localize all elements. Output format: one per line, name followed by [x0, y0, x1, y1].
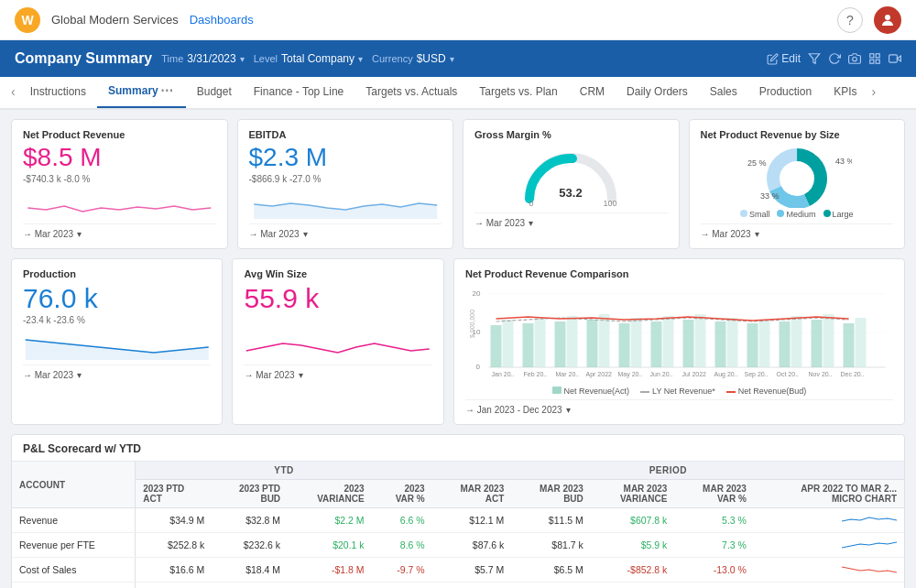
- main-content: Net Product Revenue $8.5 M -$740.3 k -8.…: [0, 110, 916, 588]
- level-chevron: ▾: [358, 54, 363, 64]
- svg-rect-39: [662, 316, 673, 367]
- time-value: 3/31/2023: [187, 52, 235, 65]
- svg-text:33 %: 33 %: [760, 191, 780, 201]
- tab-daily-orders[interactable]: Daily Orders: [616, 77, 699, 108]
- gross-margin-footer[interactable]: → Mar 2023 ▾: [474, 212, 668, 228]
- tab-prev-button[interactable]: ‹: [7, 77, 19, 108]
- avg-win-size-footer[interactable]: → Mar 2023 ▾: [244, 365, 431, 380]
- svg-rect-36: [618, 323, 629, 367]
- svg-rect-30: [522, 323, 533, 367]
- cell-mar-act: $6.4 M: [432, 583, 512, 589]
- cell-micro: [754, 583, 904, 589]
- svg-rect-38: [650, 321, 661, 367]
- tab-sales[interactable]: Sales: [699, 77, 748, 108]
- svg-text:Jul 2022: Jul 2022: [682, 371, 706, 377]
- svg-rect-37: [630, 318, 641, 367]
- tab-targets-vs-plan[interactable]: Targets vs. Plan: [468, 77, 568, 108]
- cell-ytd-varp: 27.5 %: [372, 583, 432, 589]
- tab-crm[interactable]: CRM: [569, 77, 616, 108]
- grid-icon[interactable]: [868, 52, 881, 65]
- table-row: Revenue per FTE $252.8 k $232.6 k $20.1 …: [12, 533, 904, 558]
- svg-rect-3: [870, 54, 874, 58]
- time-control[interactable]: Time 3/31/2023 ▾: [161, 52, 244, 65]
- comparison-footer[interactable]: → Jan 2023 - Dec 2023 ▾: [465, 399, 893, 415]
- col-micro: APR 2022 TO MAR 2...MICRO CHART: [754, 480, 904, 508]
- svg-rect-6: [876, 60, 879, 63]
- page-header: Company Summary Time 3/31/2023 ▾ Level T…: [0, 40, 916, 77]
- cell-mar-act: $87.6 k: [432, 533, 512, 558]
- tab-kpis[interactable]: KPIs: [823, 77, 867, 108]
- cell-ytd-act: $34.9 M: [136, 508, 212, 533]
- svg-rect-34: [586, 320, 597, 367]
- cell-ytd-act: $252.8 k: [136, 533, 212, 558]
- svg-rect-50: [843, 323, 854, 367]
- currency-control[interactable]: Currency $USD ▾: [372, 52, 454, 65]
- col-ytd-bud: 2023 PTDBUD: [212, 480, 288, 508]
- cell-ytd-act: $18.2 M: [136, 583, 212, 589]
- cell-mar-varp: -13.0 %: [674, 558, 754, 583]
- svg-rect-40: [682, 320, 693, 367]
- tab-production[interactable]: Production: [748, 77, 823, 108]
- currency-value: $USD: [417, 52, 446, 65]
- gross-margin-donut: 53.2 0 100: [474, 144, 668, 208]
- cell-account: Gross Margin: [12, 583, 136, 589]
- tab-finance-top-line[interactable]: Finance - Top Line: [243, 77, 355, 108]
- refresh-icon[interactable]: [828, 52, 841, 65]
- cell-micro: [754, 508, 904, 533]
- time-label: Time: [161, 53, 183, 64]
- video-icon[interactable]: [889, 52, 901, 65]
- comparison-card: Net Product Revenue Comparison 20 10 0 $…: [453, 258, 905, 425]
- edit-button[interactable]: Edit: [767, 52, 801, 65]
- net-product-revenue-value: $8.5 M: [23, 144, 216, 172]
- svg-text:0: 0: [529, 199, 534, 208]
- svg-rect-46: [779, 321, 790, 367]
- table-row: Gross Margin $18.2 M $14.4 M $4.0 M 27.5…: [12, 583, 904, 589]
- tab-targets-vs-actuals[interactable]: Targets vs. Actuals: [354, 77, 468, 108]
- ebitda-sub: -$866.9 k -27.0 %: [249, 174, 442, 184]
- cell-mar-bud: $11.5 M: [511, 508, 591, 533]
- help-icon[interactable]: ?: [837, 7, 863, 33]
- cell-mar-var: $607.8 k: [591, 508, 675, 533]
- svg-text:Feb 20..: Feb 20..: [523, 371, 547, 377]
- production-footer[interactable]: → Mar 2023 ▾: [23, 365, 211, 380]
- svg-rect-8: [889, 55, 898, 62]
- tab-budget[interactable]: Budget: [186, 77, 243, 108]
- tab-instructions[interactable]: Instructions: [19, 77, 97, 108]
- svg-text:Mar 20..: Mar 20..: [555, 371, 579, 377]
- svg-marker-7: [897, 56, 900, 61]
- svg-text:25 %: 25 %: [747, 158, 767, 168]
- net-product-revenue-sub: -$740.3 k -8.0 %: [23, 174, 216, 184]
- net-product-revenue-sparkline: [23, 190, 216, 219]
- net-product-revenue-footer[interactable]: → Mar 2023 ▾: [23, 223, 216, 239]
- tab-dots: ⋯: [158, 83, 175, 98]
- cell-ytd-bud: $32.8 M: [212, 508, 288, 533]
- svg-point-0: [885, 15, 890, 20]
- cell-ytd-act: $16.6 M: [136, 558, 212, 583]
- col-account: ACCOUNT: [12, 462, 136, 508]
- production-sub: -23.4 k -23.6 %: [23, 315, 211, 325]
- dashboards-link[interactable]: Dashboards: [190, 13, 254, 27]
- tab-summary[interactable]: Summary ⋯: [97, 77, 186, 108]
- svg-rect-41: [694, 314, 705, 367]
- legend-net-act: Net Revenue(Act): [552, 387, 630, 396]
- svg-text:43 %: 43 %: [835, 157, 852, 166]
- ebitda-footer[interactable]: → Mar 2023 ▾: [249, 223, 442, 239]
- svg-rect-4: [876, 54, 879, 58]
- currency-label: Currency: [372, 53, 413, 64]
- svg-rect-32: [554, 321, 565, 367]
- svg-text:Oct 20..: Oct 20..: [776, 371, 799, 377]
- cell-ytd-varp: 8.6 %: [372, 533, 432, 558]
- svg-text:100: 100: [604, 199, 617, 208]
- cell-ytd-var: $20.1 k: [288, 533, 372, 558]
- camera-icon[interactable]: [848, 52, 861, 65]
- user-avatar[interactable]: [874, 6, 901, 34]
- level-control[interactable]: Level Total Company ▾: [254, 52, 363, 65]
- tab-next-button[interactable]: ›: [867, 77, 879, 108]
- net-by-size-footer[interactable]: → Mar 2023 ▾: [701, 223, 894, 239]
- cell-mar-var: $1.5 M: [591, 583, 675, 589]
- net-by-size-title: Net Product Revenue by Size: [701, 129, 894, 140]
- pl-title: P&L Scorecard w/ YTD: [12, 435, 904, 462]
- gross-margin-title: Gross Margin %: [474, 129, 668, 140]
- avg-win-size-value: 55.9 k: [244, 283, 431, 313]
- filter-icon[interactable]: [808, 52, 821, 65]
